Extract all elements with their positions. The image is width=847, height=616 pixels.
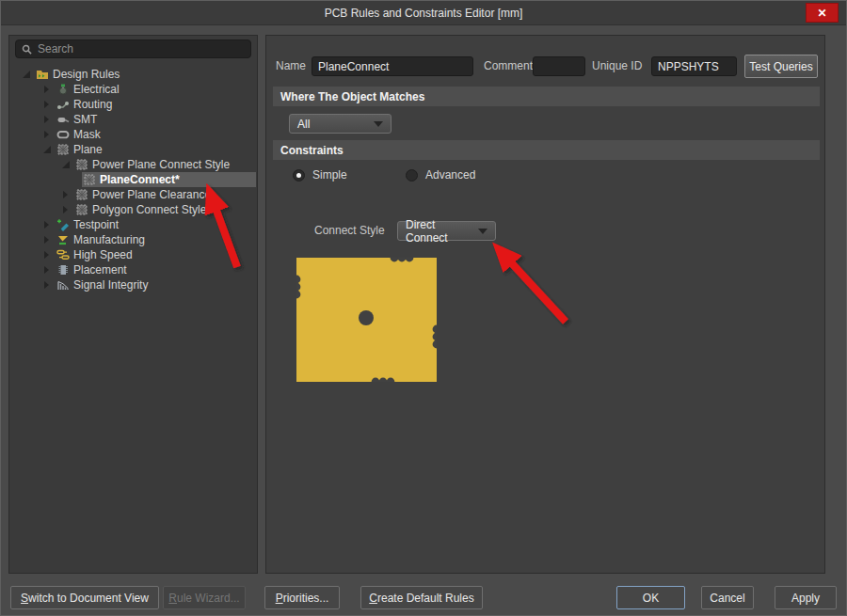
tree-item-label: Manufacturing: [73, 233, 145, 246]
tree-item-smt[interactable]: SMT: [10, 112, 256, 127]
radio-dot-icon: [406, 169, 418, 182]
simple-radio-label: Simple: [312, 168, 347, 182]
rules-tree-panel: Search Design RulesElectricalRoutingSMTM…: [8, 35, 258, 574]
search-placeholder: Search: [38, 42, 73, 55]
design-rules-icon: [36, 68, 49, 81]
rules-tree: Design RulesElectricalRoutingSMTMaskPlan…: [10, 67, 256, 292]
priorities-button[interactable]: Priorities...: [264, 586, 340, 609]
close-button[interactable]: ✕: [806, 3, 839, 23]
tree-item-content: Signal Integrity: [56, 277, 256, 292]
tree-item-testpoint[interactable]: Testpoint: [10, 217, 256, 232]
tree-item-signal-integrity[interactable]: Signal Integrity: [10, 277, 256, 292]
plane-rule-icon: [75, 188, 88, 201]
expand-icon[interactable]: [42, 97, 56, 112]
plane-rule-icon: [83, 173, 96, 186]
smt-icon: [56, 113, 70, 126]
expand-icon[interactable]: [42, 217, 56, 232]
expand-icon[interactable]: [42, 247, 56, 262]
electrical-icon: [56, 83, 70, 96]
advanced-radio-label: Advanced: [425, 168, 475, 182]
tree-item-high-speed[interactable]: High Speed: [10, 247, 256, 262]
chevron-down-icon: [478, 229, 487, 234]
tree-item-manufacturing[interactable]: Manufacturing: [10, 232, 256, 247]
connect-style-value: Direct Connect: [406, 218, 478, 245]
expand-icon[interactable]: [61, 187, 74, 202]
where-object-matches-header: Where The Object Matches: [273, 87, 820, 106]
radio-dot-icon: [293, 169, 305, 182]
switch-to-document-view-button[interactable]: Switch to Document View: [10, 586, 159, 609]
tree-item-mask[interactable]: Mask: [10, 127, 256, 142]
tree-item-content: Testpoint: [56, 217, 256, 232]
create-default-rules-button[interactable]: Create Default Rules: [360, 586, 483, 609]
tree-item-content: Routing: [56, 97, 256, 112]
tree-item-content: High Speed: [56, 247, 256, 262]
tree-item-content: Placement: [56, 262, 256, 277]
expand-icon[interactable]: [42, 277, 56, 292]
search-input[interactable]: Search: [15, 39, 251, 58]
expand-icon[interactable]: [42, 82, 56, 97]
name-field[interactable]: [312, 56, 473, 76]
scope-dropdown-value: All: [297, 118, 310, 131]
tree-item-content: Power Plane Clearance: [74, 187, 256, 202]
tree-item-routing[interactable]: Routing: [10, 97, 256, 112]
tree-item-planeconnect[interactable]: PlaneConnect*: [10, 172, 256, 187]
tree-item-label: Placement: [73, 263, 127, 276]
manufacturing-icon: [56, 233, 70, 246]
collapse-icon[interactable]: [61, 157, 74, 172]
rule-editor-panel: Name Comment Unique ID Test Queries Wher…: [265, 35, 825, 574]
expand-icon[interactable]: [42, 127, 56, 142]
routing-icon: [56, 98, 70, 111]
test-queries-button[interactable]: Test Queries: [744, 55, 818, 78]
tree-item-plane[interactable]: Plane: [10, 142, 256, 157]
ok-button[interactable]: OK: [616, 586, 685, 609]
tree-item-electrical[interactable]: Electrical: [10, 82, 256, 97]
tree-item-design-rules[interactable]: Design Rules: [10, 67, 256, 82]
tree-item-power-plane-connect-style[interactable]: Power Plane Connect Style: [10, 157, 256, 172]
apply-button[interactable]: Apply: [775, 586, 837, 609]
scope-dropdown[interactable]: All: [289, 114, 392, 134]
connect-style-label: Connect Style: [314, 221, 385, 241]
tree-item-label: SMT: [73, 113, 97, 126]
expand-icon[interactable]: [42, 112, 56, 127]
titlebar: PCB Rules and Constraints Editor [mm] ✕: [1, 1, 846, 25]
tree-item-content: Design Rules: [35, 67, 256, 82]
tree-item-label: Signal Integrity: [73, 278, 148, 292]
collapse-icon[interactable]: [42, 142, 56, 157]
tree-item-power-plane-clearance[interactable]: Power Plane Clearance: [10, 187, 256, 202]
tree-item-label: Power Plane Clearance: [92, 188, 211, 201]
tree-item-content: Mask: [56, 127, 256, 142]
tree-item-placement[interactable]: Placement: [10, 262, 256, 277]
tree-item-label: High Speed: [73, 248, 133, 261]
name-label: Name: [276, 56, 306, 76]
unique-id-label: Unique ID: [592, 56, 642, 76]
testpoint-icon: [56, 218, 70, 231]
high-speed-icon: [56, 248, 70, 261]
rule-wizard-button: Rule Wizard...: [163, 586, 246, 609]
direct-connect-preview: [296, 258, 437, 382]
tree-item-content: Manufacturing: [56, 232, 256, 247]
expand-icon[interactable]: [42, 232, 56, 247]
expand-icon[interactable]: [61, 202, 74, 217]
tree-item-label: Plane: [73, 143, 103, 156]
unique-id-field[interactable]: [651, 56, 737, 76]
tree-item-content: Polygon Connect Style: [74, 202, 256, 217]
expand-icon[interactable]: [42, 262, 56, 277]
tree-item-polygon-connect-style[interactable]: Polygon Connect Style: [10, 202, 256, 217]
tree-item-label: Testpoint: [73, 218, 119, 231]
advanced-radio[interactable]: Advanced: [406, 168, 475, 182]
tree-item-label: Design Rules: [53, 68, 120, 81]
constraints-header: Constraints: [273, 140, 820, 160]
simple-radio[interactable]: Simple: [293, 168, 347, 182]
comment-label: Comment: [484, 56, 533, 76]
tree-item-label: Electrical: [73, 83, 120, 96]
window-title: PCB Rules and Constraints Editor [mm]: [325, 7, 523, 20]
comment-field[interactable]: [533, 56, 585, 76]
tree-item-label: Mask: [73, 128, 101, 141]
connect-style-dropdown[interactable]: Direct Connect: [397, 221, 496, 241]
search-icon: [22, 44, 32, 55]
chevron-down-icon: [374, 121, 383, 127]
placement-icon: [56, 263, 70, 276]
collapse-icon[interactable]: [22, 67, 35, 82]
cancel-button[interactable]: Cancel: [701, 586, 754, 609]
pcb-rules-editor-dialog: PCB Rules and Constraints Editor [mm] ✕ …: [0, 0, 847, 616]
